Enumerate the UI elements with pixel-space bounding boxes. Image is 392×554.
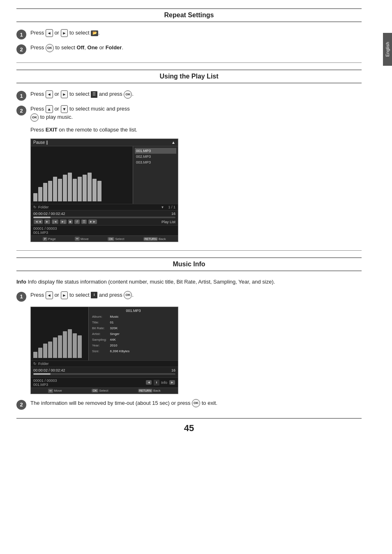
or-pl1: or xyxy=(54,91,60,97)
info-progress-area: 00:00:02 / 00:02:42 16 xyxy=(31,367,178,377)
mi-step2-post-text: to exit. xyxy=(202,400,217,406)
info-vis-bar-8 xyxy=(68,329,72,358)
playlist-title: Using the Play List xyxy=(16,69,362,83)
folder-icon: ↻ xyxy=(33,205,37,209)
info-vis-bar-2 xyxy=(38,348,42,358)
playlist-item-1: 001.MP3 xyxy=(135,148,176,154)
vis-bar-9 xyxy=(73,179,77,201)
info-vis-bar-7 xyxy=(63,331,67,358)
info-vis-bar-6 xyxy=(58,335,62,358)
nav-back: RETURN Back xyxy=(143,237,166,241)
move-label: Move xyxy=(81,237,89,241)
divider-1 xyxy=(16,62,362,63)
info-prev-btn[interactable]: ◄ xyxy=(146,380,152,385)
playlist-section: Using the Play List 1 Press ◄ or ► to se… xyxy=(16,69,362,242)
info-next-btn[interactable]: ► xyxy=(169,380,175,385)
info-nav-move: ⇔ Move xyxy=(48,389,62,393)
ok-icon-pl2: OK xyxy=(30,113,39,122)
language-label: English xyxy=(385,42,390,57)
vis-bar-13 xyxy=(92,179,97,201)
play-btn[interactable]: ► xyxy=(44,219,50,224)
right-arrow-pl1: ► xyxy=(61,90,68,98)
ff-btn[interactable]: ►► xyxy=(88,219,97,224)
mi-step2-text: The information will be removed by time-… xyxy=(30,399,362,408)
pl-step2-text: Press ▲ or ▼ to select music and press O… xyxy=(30,105,362,122)
pl-step2-badge: 2 xyxy=(16,106,26,115)
and-press-pl1: and press xyxy=(99,91,124,97)
select-label: Select xyxy=(115,237,124,241)
language-tab: English xyxy=(383,33,392,66)
back-label: Back xyxy=(159,237,166,241)
to-select-music-pl2: to select music and press xyxy=(69,106,130,112)
press-label-r1: Press xyxy=(30,30,44,36)
list-btn[interactable]: ☰ xyxy=(81,219,87,224)
prev-track-btn[interactable]: |◄ xyxy=(52,219,58,224)
nav-select: OK Select xyxy=(108,237,124,241)
next-track-btn[interactable]: ►| xyxy=(60,219,67,224)
vis-bar-5 xyxy=(53,177,57,201)
progress-bar xyxy=(33,217,175,218)
to-play-pl2: to play music. xyxy=(40,114,73,120)
music-info-description: Info Info display file status informatio… xyxy=(16,278,362,286)
up-arrow-pl2: ▲ xyxy=(46,105,53,113)
and-press-mi1: and press xyxy=(99,292,124,298)
info-desc-text: Info display file status information (co… xyxy=(28,279,275,285)
info-counter: 00001 / 00003 xyxy=(33,379,57,383)
screen-bottom-info: 00001 / 00003 001.MP3 xyxy=(31,225,178,235)
info-row-sampling: Sampling:44K xyxy=(92,337,129,342)
filename: 001.MP3 xyxy=(33,231,57,235)
or-label-r1: or xyxy=(54,30,60,36)
stop-btn[interactable]: ■ xyxy=(68,219,73,224)
vis-bar-3 xyxy=(43,183,47,201)
volume-display: 16 xyxy=(171,212,175,216)
pl-step1-badge: 1 xyxy=(16,91,26,101)
repeat-step2-text: Press OK to select Off, One or Folder. xyxy=(30,44,362,52)
playlist-step1: 1 Press ◄ or ► to select ☰ and press OK. xyxy=(16,90,362,101)
repeat-step1-text: Press ◄ or ► to select 📂. xyxy=(30,29,362,37)
return-icon: RETURN xyxy=(143,237,158,241)
playlist-item-2: 002.MP3 xyxy=(135,154,176,159)
info-table: Album:Music Title:01 Bit Rate:320K Artis… xyxy=(91,314,130,355)
info-folder-row: ↻ Folder xyxy=(31,360,178,367)
playlist-screen: Pause ‖ ▲ xyxy=(30,138,178,242)
music-info-step2: 2 The information will be removed by tim… xyxy=(16,399,362,410)
playlist-item-3: 003.MP3 xyxy=(135,159,176,165)
info-row-title: Title:01 xyxy=(92,320,129,325)
repeat-settings-title: Repeat Settings xyxy=(16,8,362,22)
vis-bar-12 xyxy=(88,173,92,201)
vis-bar-6 xyxy=(58,179,62,201)
screen-nav-row: P Page ⇔ Move OK Select RETURN Back xyxy=(31,235,178,242)
ok-icon-mi1: OK xyxy=(124,291,132,299)
counter: 00001 / 00003 xyxy=(33,226,57,231)
press-label-mi1: Press xyxy=(30,292,44,298)
info-counter-filename: 00001 / 00003 001.MP3 xyxy=(33,379,57,387)
page-info: 1 / 1 xyxy=(168,205,175,209)
info-row-album: Album:Music xyxy=(92,314,129,319)
info-return-icon: RETURN xyxy=(138,389,152,392)
playlist-label: Play List xyxy=(161,220,175,224)
info-folder-text: Folder xyxy=(38,362,49,366)
folder-icon-r1: 📂 xyxy=(91,30,98,36)
info-nav-select: OK Select xyxy=(92,389,108,393)
right-arrow-mi1: ► xyxy=(61,291,68,299)
repeat-option-one: One xyxy=(88,44,98,51)
info-panel: 001.MP3 Album:Music Title:01 Bit Rate:32… xyxy=(88,307,178,360)
press-label-r2: Press xyxy=(30,44,44,51)
mi-step1-badge: 1 xyxy=(16,292,26,302)
info-time: 00:00:02 / 00:02:42 xyxy=(33,368,65,372)
to-select-r1: to select xyxy=(69,30,89,36)
vis-bar-11 xyxy=(83,175,87,201)
step1-badge: 1 xyxy=(16,30,26,39)
info-label: Info xyxy=(161,381,167,385)
info-select-label: Select xyxy=(99,389,108,392)
vis-bar-14 xyxy=(97,181,101,201)
prev-btn[interactable]: ◄◄ xyxy=(34,219,43,224)
down-indicator: ▼ xyxy=(161,205,164,209)
up-indicator: ▲ xyxy=(171,140,175,145)
info-filename: 001.MP3 xyxy=(33,383,57,387)
repeat-btn[interactable]: ↺ xyxy=(74,219,80,224)
divider-2 xyxy=(16,250,362,251)
info-row-artist: Artist:Singer xyxy=(92,332,129,337)
nav-page: P Page xyxy=(43,237,55,241)
vis-bar-4 xyxy=(48,181,52,201)
